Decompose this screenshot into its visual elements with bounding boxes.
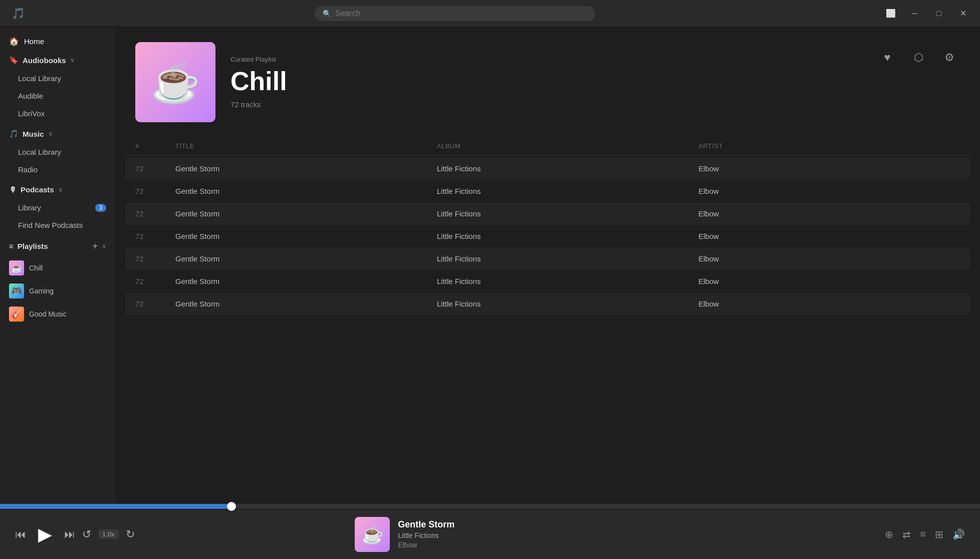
sidebar-section-podcasts: 🎙 Podcasts ∨ Library 3 Find New Podcasts (0, 180, 115, 234)
sidebar-item-librivox[interactable]: LibriVox (0, 105, 115, 122)
queue-button[interactable]: ≡ (920, 528, 926, 540)
track-title: Gentle Storm (175, 164, 437, 173)
track-album: Little Fictions (437, 209, 698, 218)
track-num: 72 (135, 209, 175, 218)
player-right-controls: ⊕ ⇄ ≡ ⊞ 🔊 (885, 528, 965, 540)
local-library-music-label: Local Library (18, 148, 106, 156)
sidebar-item-radio[interactable]: Radio (0, 161, 115, 178)
playlist-actions: ♥ ⬡ ⚙ (877, 42, 960, 68)
replay-button[interactable]: ↺ (82, 528, 91, 541)
table-row[interactable]: 72 Gentle Storm Little Fictions Elbow (125, 270, 970, 293)
sidebar-section-playlists: ≡ Playlists + ∨ ☕ Chill 🎮 Gaming 🎸 Good … (0, 236, 115, 326)
sidebar-item-find-new-podcasts[interactable]: Find New Podcasts (0, 216, 115, 234)
close-button[interactable]: ✕ (956, 7, 970, 21)
audible-label: Audible (18, 92, 106, 100)
progress-thumb[interactable] (227, 502, 236, 511)
sidebar-item-local-library-music[interactable]: Local Library (0, 143, 115, 161)
track-artist: Elbow (698, 187, 960, 195)
sidebar-audiobooks-header[interactable]: 🔖 Audiobooks ∨ (0, 51, 115, 70)
tablet-icon[interactable]: ⬜ (884, 7, 898, 21)
sidebar-playlists-header[interactable]: ≡ Playlists + ∨ (0, 236, 115, 256)
sidebar-item-gaming[interactable]: 🎮 Gaming (0, 280, 115, 303)
maximize-button[interactable]: □ (932, 7, 946, 21)
podcasts-label: Podcasts (21, 185, 54, 194)
table-row[interactable]: 72 Gentle Storm Little Fictions Elbow (125, 202, 970, 225)
forward-button[interactable]: ↻ (126, 528, 135, 541)
col-artist: Artist (698, 142, 960, 150)
sidebar-item-podcast-library[interactable]: Library 3 (0, 199, 115, 216)
playlists-icon: ≡ (9, 242, 14, 250)
playlist-info: Curated Playlist Chill 72 tracks (230, 56, 862, 109)
minimize-button[interactable]: ─ (908, 7, 922, 21)
track-album: Little Fictions (437, 300, 698, 308)
chill-thumbnail: ☕ (9, 260, 24, 275)
track-num: 72 (135, 187, 175, 195)
speed-badge[interactable]: 1.0x (98, 529, 119, 539)
sidebar-item-local-library-audio[interactable]: Local Library (0, 70, 115, 87)
find-new-podcasts-label: Find New Podcasts (18, 221, 106, 229)
search-bar[interactable]: 🔍 (315, 6, 595, 21)
track-title: Gentle Storm (175, 277, 437, 286)
table-row[interactable]: 72 Gentle Storm Little Fictions Elbow (125, 293, 970, 315)
settings-button[interactable]: ⚙ (939, 47, 960, 68)
track-num: 72 (135, 254, 175, 263)
track-title: Gentle Storm (175, 232, 437, 240)
player-bar: ⏮ ▶ ⏭ ↺ 1.0x ↻ ☕ Gentle Storm Little Fic… (0, 509, 980, 559)
prev-button[interactable]: ⏮ (15, 528, 26, 541)
col-num: # (135, 142, 175, 150)
sidebar-item-good-music[interactable]: 🎸 Good Music (0, 303, 115, 326)
progress-fill (0, 504, 231, 509)
good-music-thumbnail: 🎸 (9, 307, 24, 322)
playlist-title: Chill (230, 66, 862, 96)
podcast-library-badge: 3 (95, 204, 106, 212)
main-layout: 🏠 Home 🔖 Audiobooks ∨ Local Library Audi… (0, 27, 980, 504)
progress-bar[interactable] (0, 504, 980, 509)
sidebar-podcasts-header[interactable]: 🎙 Podcasts ∨ (0, 180, 115, 199)
title-bar: 🎵 🔍 ⬜ ─ □ ✕ (0, 0, 980, 27)
search-icon: 🔍 (323, 10, 331, 18)
playlist-type: Curated Playlist (230, 56, 862, 63)
add-playlist-button[interactable]: + (92, 241, 98, 251)
player-controls: ⏮ ▶ ⏭ ↺ 1.0x ↻ (15, 522, 135, 546)
gaming-thumbnail: 🎮 (9, 284, 24, 299)
track-artist: Elbow (698, 232, 960, 240)
table-row[interactable]: 72 Gentle Storm Little Fictions Elbow (125, 180, 970, 202)
volume-button[interactable]: 🔊 (952, 528, 965, 540)
sidebar-item-home[interactable]: 🏠 Home (0, 32, 115, 51)
next-button[interactable]: ⏭ (64, 528, 75, 541)
search-input[interactable] (335, 9, 587, 18)
sidebar: 🏠 Home 🔖 Audiobooks ∨ Local Library Audi… (0, 27, 115, 504)
shuffle-button[interactable]: ⇄ (902, 528, 911, 540)
cast-button[interactable]: ⊕ (885, 528, 893, 540)
like-button[interactable]: ♥ (877, 47, 898, 68)
track-title: Gentle Storm (175, 254, 437, 263)
gaming-label: Gaming (29, 287, 54, 295)
playlists-chevron: ∨ (102, 243, 106, 250)
podcasts-icon: 🎙 (9, 185, 17, 194)
chill-label: Chill (29, 264, 43, 272)
title-bar-right: ⬜ ─ □ ✕ (884, 7, 970, 21)
sidebar-section-audiobooks: 🔖 Audiobooks ∨ Local Library Audible Lib… (0, 51, 115, 122)
play-button[interactable]: ▶ (33, 522, 57, 546)
share-button[interactable]: ⬡ (908, 47, 929, 68)
audiobooks-chevron: ∨ (70, 57, 75, 64)
track-title: Gentle Storm (175, 187, 437, 195)
table-row[interactable]: 72 Gentle Storm Little Fictions Elbow (125, 225, 970, 247)
track-artist: Elbow (698, 277, 960, 286)
sidebar-item-chill[interactable]: ☕ Chill (0, 256, 115, 280)
sidebar-music-header[interactable]: 🎵 Music ∨ (0, 124, 115, 143)
track-artist: Elbow (698, 164, 960, 173)
table-row[interactable]: 72 Gentle Storm Little Fictions Elbow (125, 157, 970, 180)
local-library-audio-label: Local Library (18, 74, 106, 83)
track-artist: Elbow (698, 209, 960, 218)
playlist-cover: ☕ (135, 42, 215, 122)
equalizer-button[interactable]: ⊞ (935, 528, 943, 540)
sidebar-home-label: Home (24, 37, 106, 46)
sidebar-item-audible[interactable]: Audible (0, 87, 115, 105)
podcast-library-label: Library (18, 203, 90, 212)
music-icon: 🎵 (9, 129, 19, 138)
table-header: # Title Album Artist (125, 137, 970, 155)
track-artist: Elbow (698, 300, 960, 308)
table-row[interactable]: 72 Gentle Storm Little Fictions Elbow (125, 247, 970, 270)
track-album: Little Fictions (437, 254, 698, 263)
